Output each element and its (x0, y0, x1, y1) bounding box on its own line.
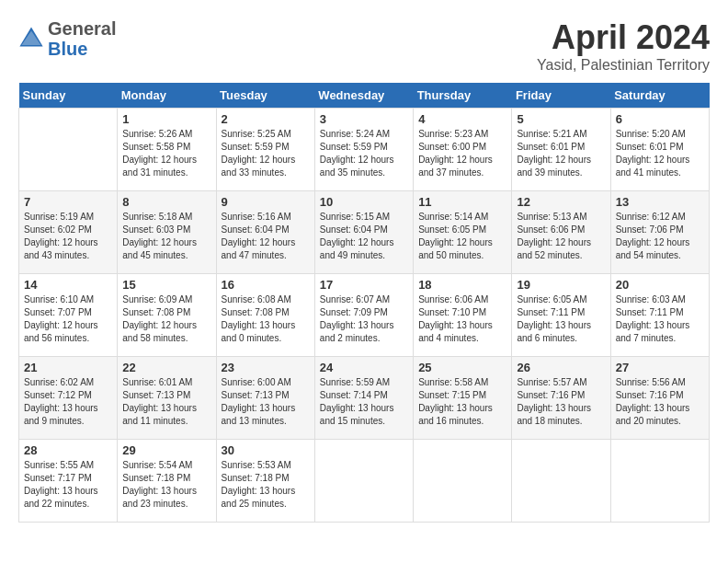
calendar-cell: 27Sunrise: 5:56 AM Sunset: 7:16 PM Dayli… (610, 357, 709, 440)
calendar-cell: 19Sunrise: 6:05 AM Sunset: 7:11 PM Dayli… (512, 274, 610, 357)
calendar-week-row: 1Sunrise: 5:26 AM Sunset: 5:58 PM Daylig… (19, 109, 710, 191)
calendar-cell: 26Sunrise: 5:57 AM Sunset: 7:16 PM Dayli… (512, 357, 610, 440)
calendar-cell: 12Sunrise: 5:13 AM Sunset: 6:06 PM Dayli… (512, 191, 610, 274)
calendar-cell (314, 440, 413, 523)
header: General Blue April 2024 Yasid, Palestini… (18, 18, 710, 74)
calendar-cell: 5Sunrise: 5:21 AM Sunset: 6:01 PM Daylig… (512, 109, 610, 191)
calendar-cell: 21Sunrise: 6:02 AM Sunset: 7:12 PM Dayli… (19, 357, 118, 440)
calendar-cell: 4Sunrise: 5:23 AM Sunset: 6:00 PM Daylig… (414, 109, 512, 191)
day-number: 30 (222, 443, 310, 457)
day-number: 21 (24, 361, 112, 374)
day-info: Sunrise: 6:07 AM Sunset: 7:09 PM Dayligh… (320, 293, 408, 345)
calendar-cell: 24Sunrise: 5:59 AM Sunset: 7:14 PM Dayli… (314, 357, 413, 440)
day-number: 14 (24, 278, 112, 292)
calendar-cell: 18Sunrise: 6:06 AM Sunset: 7:10 PM Dayli… (414, 274, 512, 357)
day-number: 8 (122, 195, 210, 209)
day-header: Saturday (610, 83, 709, 109)
calendar-cell: 23Sunrise: 6:00 AM Sunset: 7:13 PM Dayli… (216, 357, 314, 440)
calendar-cell: 1Sunrise: 5:26 AM Sunset: 5:58 PM Daylig… (118, 109, 216, 191)
day-header: Wednesday (314, 83, 413, 109)
day-header: Tuesday (216, 83, 314, 109)
day-info: Sunrise: 6:08 AM Sunset: 7:08 PM Dayligh… (222, 293, 310, 345)
calendar-header-row: SundayMondayTuesdayWednesdayThursdayFrid… (19, 83, 710, 109)
day-info: Sunrise: 5:15 AM Sunset: 6:04 PM Dayligh… (320, 211, 408, 262)
day-info: Sunrise: 5:25 AM Sunset: 5:59 PM Dayligh… (222, 128, 310, 179)
calendar-week-row: 14Sunrise: 6:10 AM Sunset: 7:07 PM Dayli… (19, 274, 710, 357)
day-number: 27 (616, 361, 704, 374)
day-header: Friday (512, 83, 610, 109)
calendar-cell: 29Sunrise: 5:54 AM Sunset: 7:18 PM Dayli… (118, 440, 216, 523)
day-info: Sunrise: 5:16 AM Sunset: 6:04 PM Dayligh… (222, 211, 310, 262)
calendar-cell: 9Sunrise: 5:16 AM Sunset: 6:04 PM Daylig… (216, 191, 314, 274)
day-info: Sunrise: 6:02 AM Sunset: 7:12 PM Dayligh… (24, 376, 112, 428)
day-info: Sunrise: 5:21 AM Sunset: 6:01 PM Dayligh… (517, 128, 605, 179)
day-number: 12 (517, 195, 605, 209)
day-number: 18 (418, 278, 506, 292)
day-number: 10 (320, 195, 408, 209)
logo-blue: Blue (48, 39, 87, 59)
calendar-week-row: 7Sunrise: 5:19 AM Sunset: 6:02 PM Daylig… (19, 191, 710, 274)
day-number: 28 (24, 443, 112, 457)
logo: General Blue (18, 18, 116, 59)
day-info: Sunrise: 5:18 AM Sunset: 6:03 PM Dayligh… (122, 211, 210, 262)
calendar-cell: 16Sunrise: 6:08 AM Sunset: 7:08 PM Dayli… (216, 274, 314, 357)
day-number: 16 (222, 278, 310, 292)
day-number: 17 (320, 278, 408, 292)
day-number: 11 (418, 195, 506, 209)
day-info: Sunrise: 5:59 AM Sunset: 7:14 PM Dayligh… (320, 376, 408, 428)
calendar-cell: 17Sunrise: 6:07 AM Sunset: 7:09 PM Dayli… (314, 274, 413, 357)
day-info: Sunrise: 5:13 AM Sunset: 6:06 PM Dayligh… (517, 211, 605, 262)
calendar-cell: 15Sunrise: 6:09 AM Sunset: 7:08 PM Dayli… (118, 274, 216, 357)
logo-icon (18, 26, 44, 52)
day-info: Sunrise: 5:55 AM Sunset: 7:17 PM Dayligh… (24, 459, 112, 511)
day-info: Sunrise: 5:58 AM Sunset: 7:15 PM Dayligh… (418, 376, 506, 428)
calendar-cell: 8Sunrise: 5:18 AM Sunset: 6:03 PM Daylig… (118, 191, 216, 274)
day-number: 9 (222, 195, 310, 209)
day-info: Sunrise: 5:56 AM Sunset: 7:16 PM Dayligh… (616, 376, 704, 428)
calendar-table: SundayMondayTuesdayWednesdayThursdayFrid… (18, 83, 710, 523)
calendar-cell: 28Sunrise: 5:55 AM Sunset: 7:17 PM Dayli… (19, 440, 118, 523)
day-info: Sunrise: 6:09 AM Sunset: 7:08 PM Dayligh… (122, 293, 210, 345)
day-info: Sunrise: 6:01 AM Sunset: 7:13 PM Dayligh… (122, 376, 210, 428)
day-info: Sunrise: 5:54 AM Sunset: 7:18 PM Dayligh… (122, 459, 210, 511)
calendar-cell (414, 440, 512, 523)
logo-general: General (48, 18, 116, 39)
month-title: April 2024 (537, 18, 710, 57)
day-info: Sunrise: 5:23 AM Sunset: 6:00 PM Dayligh… (418, 128, 506, 179)
calendar-week-row: 21Sunrise: 6:02 AM Sunset: 7:12 PM Dayli… (19, 357, 710, 440)
calendar-week-row: 28Sunrise: 5:55 AM Sunset: 7:17 PM Dayli… (19, 440, 710, 523)
day-number: 5 (517, 112, 605, 126)
day-info: Sunrise: 6:05 AM Sunset: 7:11 PM Dayligh… (517, 293, 605, 345)
calendar-cell: 10Sunrise: 5:15 AM Sunset: 6:04 PM Dayli… (314, 191, 413, 274)
day-header: Thursday (414, 83, 512, 109)
day-number: 4 (418, 112, 506, 126)
calendar-cell: 20Sunrise: 6:03 AM Sunset: 7:11 PM Dayli… (610, 274, 709, 357)
day-info: Sunrise: 6:06 AM Sunset: 7:10 PM Dayligh… (418, 293, 506, 345)
calendar-cell: 25Sunrise: 5:58 AM Sunset: 7:15 PM Dayli… (414, 357, 512, 440)
calendar-cell: 30Sunrise: 5:53 AM Sunset: 7:18 PM Dayli… (216, 440, 314, 523)
day-number: 1 (122, 112, 210, 126)
logo-text: General Blue (48, 18, 116, 59)
location-title: Yasid, Palestinian Territory (537, 57, 710, 74)
day-number: 13 (616, 195, 704, 209)
calendar-cell (19, 109, 118, 191)
day-info: Sunrise: 5:26 AM Sunset: 5:58 PM Dayligh… (122, 128, 210, 179)
day-number: 25 (418, 361, 506, 374)
day-number: 6 (616, 112, 704, 126)
svg-marker-1 (22, 31, 41, 45)
calendar-cell: 3Sunrise: 5:24 AM Sunset: 5:59 PM Daylig… (314, 109, 413, 191)
day-number: 24 (320, 361, 408, 374)
calendar-cell: 6Sunrise: 5:20 AM Sunset: 6:01 PM Daylig… (610, 109, 709, 191)
day-number: 20 (616, 278, 704, 292)
day-number: 7 (24, 195, 112, 209)
calendar-cell (610, 440, 709, 523)
calendar-cell: 13Sunrise: 6:12 AM Sunset: 7:06 PM Dayli… (610, 191, 709, 274)
day-info: Sunrise: 5:53 AM Sunset: 7:18 PM Dayligh… (222, 459, 310, 511)
day-info: Sunrise: 6:10 AM Sunset: 7:07 PM Dayligh… (24, 293, 112, 345)
day-info: Sunrise: 5:14 AM Sunset: 6:05 PM Dayligh… (418, 211, 506, 262)
calendar-cell: 14Sunrise: 6:10 AM Sunset: 7:07 PM Dayli… (19, 274, 118, 357)
day-number: 15 (122, 278, 210, 292)
title-area: April 2024 Yasid, Palestinian Territory (537, 18, 710, 74)
day-info: Sunrise: 6:00 AM Sunset: 7:13 PM Dayligh… (222, 376, 310, 428)
day-info: Sunrise: 6:12 AM Sunset: 7:06 PM Dayligh… (616, 211, 704, 262)
